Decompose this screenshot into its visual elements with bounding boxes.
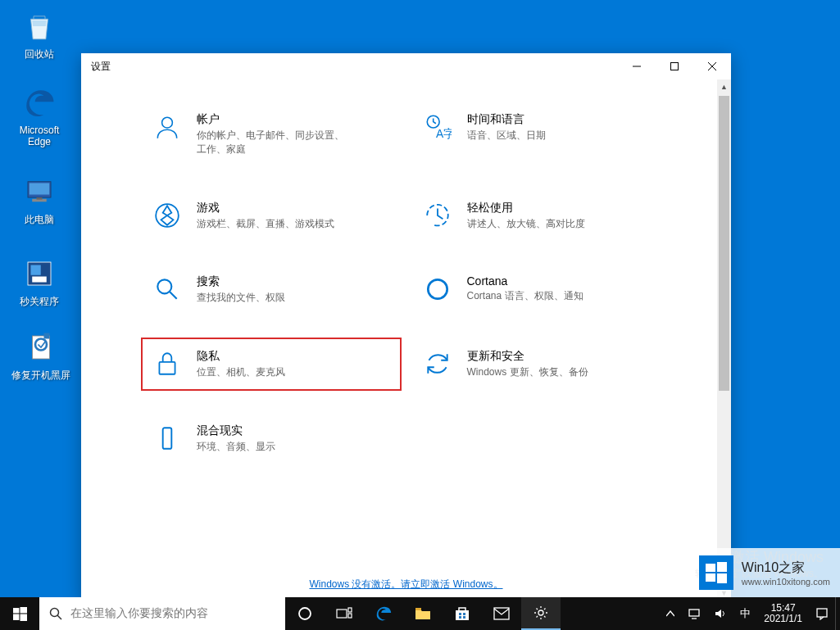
settings-taskbar-icon[interactable]	[521, 597, 561, 630]
svg-rect-27	[13, 608, 19, 613]
category-accounts[interactable]: 帐户 你的帐户、电子邮件、同步设置、工作、家庭	[152, 112, 390, 156]
svg-rect-30	[20, 614, 27, 621]
category-mixed-reality[interactable]: 混合现实 环境、音频、显示	[152, 424, 390, 454]
taskbar: 在这里输入你要搜索的内容 中 15:47 2021/1/1	[0, 597, 840, 630]
desktop-icon-label: 修复开机黑屏	[8, 369, 74, 383]
taskbar-search[interactable]: 在这里输入你要搜索的内容	[39, 597, 285, 630]
svg-point-33	[299, 608, 311, 619]
desktop-icon-this-pc[interactable]: 此电脑	[8, 172, 70, 227]
mail-taskbar-icon[interactable]	[482, 597, 521, 630]
desktop-icon-recycle-bin[interactable]: 回收站	[8, 7, 70, 61]
category-desc: Cortana 语言、权限、通知	[467, 289, 583, 303]
category-time-language[interactable]: A字 时间和语言 语音、区域、日期	[423, 112, 661, 156]
site-name: Win10之家	[742, 560, 830, 577]
category-desc: 环境、音频、显示	[197, 440, 275, 454]
desktop-icon-label: 此电脑	[8, 213, 70, 227]
category-title: 时间和语言	[467, 112, 546, 127]
svg-rect-38	[456, 610, 469, 620]
category-search[interactable]: 搜索 查找我的文件、权限	[152, 274, 390, 305]
category-title: 帐户	[197, 112, 344, 127]
cortana-taskbar-icon[interactable]	[285, 597, 325, 630]
settings-body: 帐户 你的帐户、电子邮件、同步设置、工作、家庭 A字 时间和语言 语音、区域、日…	[81, 79, 731, 600]
store-taskbar-icon[interactable]	[443, 597, 482, 630]
category-privacy[interactable]: 隐私 位置、相机、麦克风	[152, 349, 390, 379]
time-language-icon: A字	[423, 112, 452, 142]
vertical-scrollbar[interactable]: ▲ ▼	[717, 79, 731, 600]
svg-rect-43	[494, 608, 509, 619]
shutdown-app-icon	[20, 254, 59, 293]
gaming-icon	[152, 201, 182, 230]
svg-rect-6	[32, 277, 47, 283]
site-logo-icon	[699, 555, 733, 590]
svg-rect-29	[13, 614, 19, 619]
action-center-icon[interactable]	[809, 597, 835, 630]
svg-rect-24	[717, 562, 727, 572]
activation-banner: Windows 没有激活。请立即激活 Windows。	[81, 578, 731, 591]
svg-text:A字: A字	[435, 127, 451, 140]
task-view-icon[interactable]	[325, 597, 364, 630]
svg-point-18	[157, 280, 171, 294]
system-tray: 中 15:47 2021/1/1	[660, 597, 840, 630]
desktop-icon-label: Microsoft Edge	[8, 125, 70, 147]
recycle-bin-icon	[20, 7, 59, 46]
maximize-button[interactable]	[656, 53, 693, 79]
desktop-icon-quick-shutdown[interactable]: 秒关程序	[8, 254, 70, 309]
svg-rect-11	[671, 63, 679, 70]
category-desc: 讲述人、放大镜、高对比度	[467, 217, 585, 231]
update-security-icon	[423, 349, 452, 378]
cortana-icon	[423, 274, 452, 304]
category-cortana[interactable]: Cortana Cortana 语言、权限、通知	[423, 274, 661, 305]
svg-rect-39	[459, 613, 461, 615]
tray-network-icon[interactable]	[681, 597, 707, 630]
svg-rect-37	[415, 608, 421, 610]
category-title: 混合现实	[197, 424, 275, 438]
svg-rect-40	[463, 613, 465, 615]
fix-boot-icon	[21, 328, 61, 367]
desktop-icon-fix-boot[interactable]: 修复开机黑屏	[8, 328, 74, 383]
settings-categories: 帐户 你的帐户、电子邮件、同步设置、工作、家庭 A字 时间和语言 语音、区域、日…	[152, 79, 661, 454]
file-explorer-taskbar-icon[interactable]	[403, 597, 443, 630]
site-url: www.win10xitong.com	[742, 577, 830, 587]
svg-rect-5	[31, 265, 41, 275]
category-title: Cortana	[467, 274, 583, 288]
svg-rect-47	[817, 609, 827, 617]
tray-ime-icon[interactable]: 中	[733, 597, 757, 630]
svg-rect-3	[37, 197, 43, 200]
settings-window: 设置 帐户 你的帐户、电子邮件、同步设置、工作、家庭 A字	[81, 53, 731, 600]
category-gaming[interactable]: 游戏 游戏栏、截屏、直播、游戏模式	[152, 201, 390, 231]
show-desktop-button[interactable]	[835, 597, 840, 630]
category-desc: 查找我的文件、权限	[197, 291, 285, 305]
mixed-reality-icon	[152, 424, 182, 453]
tray-chevron-up-icon[interactable]	[660, 597, 681, 630]
clock-date: 2021/1/1	[764, 614, 802, 624]
svg-rect-36	[348, 614, 352, 618]
privacy-icon	[152, 349, 182, 378]
tray-volume-icon[interactable]	[707, 597, 733, 630]
svg-rect-26	[717, 573, 727, 583]
scroll-up-icon[interactable]: ▲	[717, 79, 731, 93]
titlebar[interactable]: 设置	[81, 53, 731, 79]
svg-point-20	[428, 280, 447, 299]
edge-taskbar-icon[interactable]	[364, 597, 403, 630]
svg-point-14	[161, 117, 172, 128]
taskbar-icons	[285, 597, 561, 630]
search-icon	[152, 274, 182, 304]
activation-link[interactable]: Windows 没有激活。请立即激活 Windows。	[309, 578, 502, 590]
accounts-icon	[152, 112, 182, 142]
scroll-thumb[interactable]	[719, 96, 729, 391]
category-update-security[interactable]: 更新和安全 Windows 更新、恢复、备份	[423, 349, 661, 379]
svg-rect-9	[44, 333, 50, 339]
svg-rect-25	[706, 573, 715, 582]
svg-rect-42	[463, 616, 465, 619]
desktop-icon-edge[interactable]: Microsoft Edge	[8, 84, 70, 147]
minimize-button[interactable]	[618, 53, 656, 79]
svg-rect-22	[162, 428, 171, 449]
category-ease-of-access[interactable]: 轻松使用 讲述人、放大镜、高对比度	[423, 201, 661, 231]
taskbar-clock[interactable]: 15:47 2021/1/1	[757, 603, 809, 624]
start-button[interactable]	[0, 597, 39, 630]
svg-rect-45	[689, 610, 699, 616]
close-button[interactable]	[693, 53, 731, 79]
svg-rect-21	[159, 362, 175, 374]
category-title: 轻松使用	[467, 201, 585, 215]
svg-point-44	[538, 610, 543, 615]
